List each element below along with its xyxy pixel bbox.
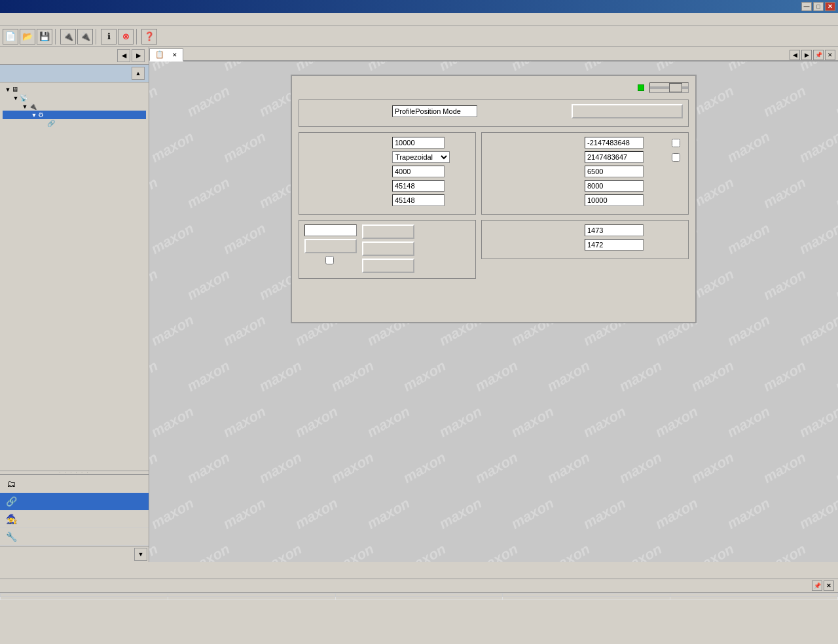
slider-track — [650, 86, 688, 89]
menu-help[interactable] — [45, 18, 52, 21]
tab-close-all-btn[interactable]: ✕ — [825, 50, 835, 60]
content-tab-bar: 📋 ✕ ◀ ▶ 📌 ✕ — [149, 47, 838, 62]
workspace-icon: 🗂 — [5, 478, 17, 490]
max-follow-err-row — [487, 180, 683, 192]
help-btn[interactable] — [304, 239, 357, 253]
expand-rs232[interactable]: ▼ — [12, 95, 20, 101]
left-panel: ◀ ▶ ▲ ▼ 🖥 ▼ 📡 ▼ — [0, 47, 149, 562]
toolbar-info[interactable]: ℹ — [101, 29, 117, 45]
profile-params-row: Trapezoidal Sinusoidal — [299, 132, 689, 284]
tree-node[interactable]: ▼ ⚙ — [3, 111, 146, 119]
tab-nav-buttons: ◀ ▶ 📌 ✕ — [790, 50, 838, 60]
content-tab-ppm[interactable]: 📋 ✕ — [149, 48, 183, 62]
profile-accel-input[interactable] — [392, 180, 445, 192]
tab-next-btn[interactable]: ▶ — [801, 50, 812, 60]
close-button[interactable]: ✕ — [825, 2, 835, 11]
epos-slider[interactable] — [649, 82, 689, 93]
move-relative-btn[interactable] — [362, 241, 414, 256]
toolbar-save[interactable]: 💾 — [37, 29, 52, 45]
change-profile-checkbox[interactable] — [325, 256, 334, 264]
title-bar: — □ ✕ — [0, 0, 838, 13]
menu-extras[interactable] — [24, 18, 31, 21]
maximize-button[interactable]: □ — [813, 2, 824, 11]
epos-state-section — [304, 224, 470, 273]
communication-icon: 🔗 — [5, 495, 17, 507]
profile-type-select[interactable]: Trapezoidal Sinusoidal — [392, 151, 450, 163]
max-profile-vel-input[interactable] — [585, 166, 644, 177]
title-bar-buttons: — □ ✕ — [801, 2, 835, 11]
minimize-button[interactable]: — — [801, 2, 812, 11]
actual-values-group — [481, 220, 689, 259]
menu-view[interactable] — [13, 18, 21, 21]
change-profile-row — [325, 256, 337, 264]
max-follow-err-input[interactable] — [585, 180, 644, 192]
toolbar-sep2 — [96, 29, 98, 45]
pos-actual-row — [487, 224, 683, 236]
quickstop-decel-row — [487, 194, 683, 206]
toolbar-new[interactable]: 📄 — [3, 29, 18, 45]
toolbar-connect[interactable]: 🔌 — [60, 29, 76, 45]
bottom-nav: 🗂 🔗 🧙 🔧 — [0, 474, 149, 546]
toolbar-open[interactable]: 📂 — [20, 29, 35, 45]
menu-bar — [0, 13, 838, 26]
activate-ppm-btn[interactable] — [572, 104, 683, 118]
nav-bottom-scroll[interactable]: ▼ — [134, 548, 147, 561]
target-position-input[interactable] — [392, 137, 445, 149]
halt-btn[interactable] — [362, 259, 414, 273]
min-pos-limit-row — [487, 137, 683, 149]
max-pos-limit-row — [487, 151, 683, 163]
expand-localhost[interactable]: ▼ — [4, 86, 12, 93]
profile-type-row: Trapezoidal Sinusoidal — [304, 151, 470, 163]
menu-window[interactable] — [34, 18, 42, 21]
epos-status-row — [632, 82, 689, 93]
tree-com18[interactable]: ▼ 🔌 — [3, 102, 146, 111]
tab-communication[interactable]: 🔗 — [0, 493, 149, 510]
tree-area[interactable]: ▼ 🖥 ▼ 📡 ▼ 🔌 ▼ ⚙ — [0, 82, 149, 471]
tools-icon: 🔧 — [5, 531, 17, 543]
active-operation-input[interactable] — [392, 105, 477, 117]
toolbar: 📄 📂 💾 🔌 🔌 ℹ ⊗ ❓ — [0, 26, 838, 47]
min-pos-limit-input[interactable] — [585, 137, 644, 149]
min-pos-enable-check[interactable] — [672, 139, 680, 147]
comm-scroll[interactable]: ▲ — [132, 67, 145, 80]
target-position-row — [304, 137, 470, 149]
profile-decel-input[interactable] — [392, 194, 445, 206]
toolbar-stop[interactable]: ⊗ — [118, 29, 134, 45]
toolbar-sep3 — [136, 29, 139, 45]
nav-header: ◀ ▶ — [0, 47, 149, 65]
quickstop-decel-input[interactable] — [585, 194, 644, 206]
pos-actual-input[interactable] — [585, 224, 644, 236]
epos-state-right — [362, 224, 414, 273]
expand-node[interactable]: ▼ — [30, 112, 38, 118]
nav-scroll-down[interactable]: ▶ — [132, 49, 145, 62]
profile-velocity-input[interactable] — [392, 166, 445, 177]
tree-rs232[interactable]: ▼ 📡 — [3, 94, 146, 102]
max-pos-limit-input[interactable] — [585, 151, 644, 163]
tab-workspace[interactable]: 🗂 — [0, 475, 149, 493]
toolbar-help[interactable]: ❓ — [141, 29, 157, 45]
tab-pin-btn[interactable]: 📌 — [813, 50, 824, 60]
params-col — [481, 132, 689, 284]
toolbar-sep1 — [55, 29, 58, 45]
tab-prev-btn[interactable]: ◀ — [790, 50, 800, 60]
can-icon: 🔗 — [47, 120, 55, 127]
menu-file[interactable] — [3, 18, 10, 21]
tab-close-button[interactable]: ✕ — [172, 52, 177, 58]
active-operation-row — [304, 104, 683, 118]
comm-section-header: ▲ — [0, 65, 149, 82]
operation-mode-group — [299, 99, 689, 127]
tree-localhost[interactable]: ▼ 🖥 — [3, 85, 146, 94]
profile-col: Trapezoidal Sinusoidal — [299, 132, 476, 284]
expand-com18[interactable]: ▼ — [21, 103, 29, 110]
profile-group: Trapezoidal Sinusoidal — [299, 132, 476, 215]
pos-demand-input[interactable] — [585, 239, 644, 251]
tab-tools[interactable]: 🔧 — [0, 528, 149, 546]
tab-wizards[interactable]: 🧙 — [0, 510, 149, 528]
expand-can — [39, 120, 47, 127]
profile-accel-row — [304, 180, 470, 192]
move-absolute-btn[interactable] — [362, 224, 414, 239]
tree-can[interactable]: 🔗 — [3, 119, 146, 128]
toolbar-disconnect[interactable]: 🔌 — [77, 29, 93, 45]
max-pos-enable-check[interactable] — [672, 153, 680, 162]
nav-scroll-up[interactable]: ◀ — [117, 49, 130, 62]
